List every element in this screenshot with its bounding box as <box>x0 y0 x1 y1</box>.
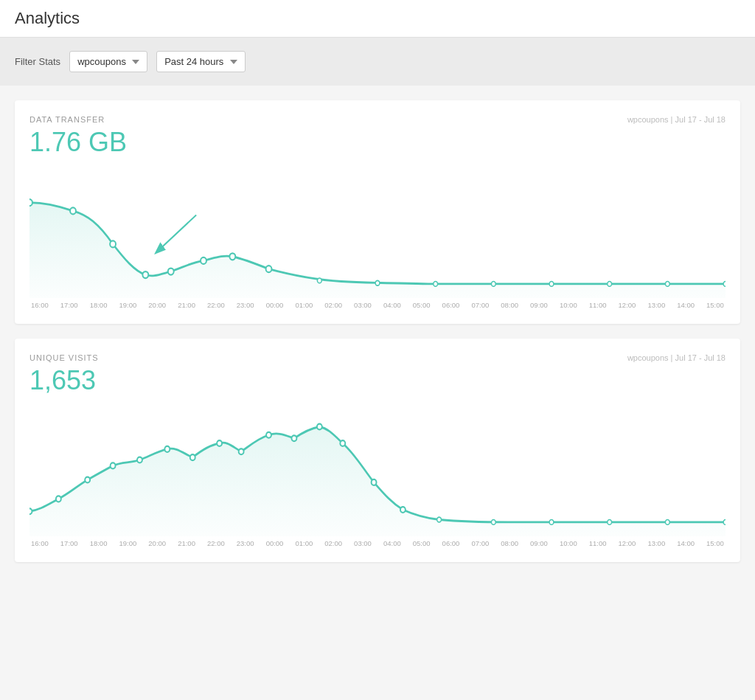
time-label: 09:00 <box>530 301 548 309</box>
svg-point-20 <box>111 462 116 468</box>
time-label: 21:00 <box>178 301 195 309</box>
time-label: 07:00 <box>471 301 489 309</box>
time-label: 14:00 <box>677 539 695 547</box>
svg-point-10 <box>434 282 438 287</box>
data-transfer-card: DATA TRANSFER wpcoupons | Jul 17 - Jul 1… <box>15 100 740 324</box>
time-label: 02:00 <box>324 539 342 547</box>
time-label: 20:00 <box>148 301 166 309</box>
svg-point-14 <box>665 282 669 287</box>
svg-point-28 <box>317 424 322 430</box>
time-label: 13:00 <box>647 301 665 309</box>
time-label: 19:00 <box>119 539 136 547</box>
time-label: 22:00 <box>207 539 225 547</box>
time-label: 05:00 <box>413 539 431 547</box>
time-label: 16:00 <box>31 539 49 547</box>
time-label: 20:00 <box>148 539 166 547</box>
svg-point-5 <box>201 257 206 264</box>
svg-point-6 <box>229 253 235 260</box>
svg-point-19 <box>85 477 90 483</box>
svg-point-23 <box>190 454 195 460</box>
data-transfer-time-labels: 16:00 17:00 18:00 19:00 20:00 21:00 22:0… <box>29 301 726 309</box>
data-transfer-value: 1.76 GB <box>29 127 726 158</box>
time-label: 02:00 <box>324 301 342 309</box>
time-label: 15:00 <box>706 301 724 309</box>
svg-point-35 <box>608 520 612 525</box>
time-label: 01:00 <box>295 301 313 309</box>
time-label: 17:00 <box>60 539 78 547</box>
time-label: 23:00 <box>237 301 254 309</box>
svg-point-21 <box>137 457 142 463</box>
page-header: Analytics <box>0 0 755 38</box>
svg-point-8 <box>317 278 321 283</box>
unique-visits-title: UNIQUE VISITS <box>29 353 99 362</box>
svg-point-34 <box>549 520 554 525</box>
svg-point-32 <box>437 517 442 522</box>
time-label: 06:00 <box>442 539 460 547</box>
svg-point-0 <box>29 199 32 206</box>
unique-visits-value: 1,653 <box>29 365 726 396</box>
svg-line-16 <box>156 215 196 253</box>
time-label: 12:00 <box>619 301 636 309</box>
svg-point-18 <box>56 496 61 502</box>
svg-point-25 <box>239 448 244 454</box>
svg-point-12 <box>549 282 554 287</box>
svg-point-27 <box>291 435 296 441</box>
filter-stats-label: Filter Stats <box>15 56 60 67</box>
site-filter-select[interactable]: wpcoupons <box>69 51 147 72</box>
svg-point-17 <box>29 508 32 514</box>
svg-point-36 <box>665 520 669 525</box>
svg-point-26 <box>266 432 271 438</box>
time-label: 13:00 <box>647 539 665 547</box>
unique-visits-meta: wpcoupons | Jul 17 - Jul 18 <box>627 353 726 362</box>
time-label: 23:00 <box>237 539 254 547</box>
svg-point-4 <box>168 268 174 275</box>
data-transfer-meta: wpcoupons | Jul 17 - Jul 18 <box>627 115 726 124</box>
svg-point-7 <box>266 266 272 272</box>
time-label: 21:00 <box>178 539 195 547</box>
filter-bar: Filter Stats wpcoupons Past 24 hours Pas… <box>0 38 755 86</box>
svg-point-13 <box>608 282 612 287</box>
time-label: 00:00 <box>266 301 284 309</box>
svg-point-33 <box>491 520 495 525</box>
svg-point-2 <box>110 240 116 247</box>
time-label: 11:00 <box>589 539 607 547</box>
svg-point-15 <box>723 282 726 287</box>
time-label: 17:00 <box>60 301 78 309</box>
svg-point-24 <box>217 440 222 446</box>
svg-point-3 <box>142 271 148 278</box>
unique-visits-header: UNIQUE VISITS wpcoupons | Jul 17 - Jul 1… <box>29 353 726 362</box>
time-filter-select[interactable]: Past 24 hours Past 7 days Past 30 days <box>156 51 246 72</box>
time-label: 10:00 <box>560 539 577 547</box>
unique-visits-card: UNIQUE VISITS wpcoupons | Jul 17 - Jul 1… <box>15 339 740 562</box>
time-label: 19:00 <box>119 301 136 309</box>
svg-point-37 <box>723 520 726 525</box>
unique-visits-chart <box>29 403 726 536</box>
svg-point-11 <box>491 282 495 287</box>
svg-point-31 <box>400 507 406 513</box>
time-label: 15:00 <box>706 539 724 547</box>
time-label: 08:00 <box>501 539 518 547</box>
time-label: 18:00 <box>90 301 108 309</box>
time-label: 18:00 <box>90 539 108 547</box>
time-label: 11:00 <box>589 301 607 309</box>
main-content: DATA TRANSFER wpcoupons | Jul 17 - Jul 1… <box>0 86 755 577</box>
time-label: 14:00 <box>677 301 695 309</box>
time-label: 04:00 <box>383 539 401 547</box>
svg-point-22 <box>164 446 170 452</box>
svg-point-29 <box>340 440 345 446</box>
time-label: 03:00 <box>354 539 372 547</box>
time-label: 12:00 <box>619 539 636 547</box>
svg-point-30 <box>372 479 377 485</box>
data-transfer-title: DATA TRANSFER <box>29 115 105 124</box>
time-label: 01:00 <box>295 539 313 547</box>
time-label: 22:00 <box>207 301 225 309</box>
unique-visits-time-labels: 16:00 17:00 18:00 19:00 20:00 21:00 22:0… <box>29 539 726 547</box>
time-label: 00:00 <box>266 539 284 547</box>
time-label: 16:00 <box>31 301 49 309</box>
time-label: 05:00 <box>413 301 431 309</box>
time-label: 04:00 <box>383 301 401 309</box>
time-label: 03:00 <box>354 301 372 309</box>
time-label: 10:00 <box>560 301 577 309</box>
svg-point-1 <box>70 207 76 214</box>
data-transfer-chart <box>29 165 726 298</box>
